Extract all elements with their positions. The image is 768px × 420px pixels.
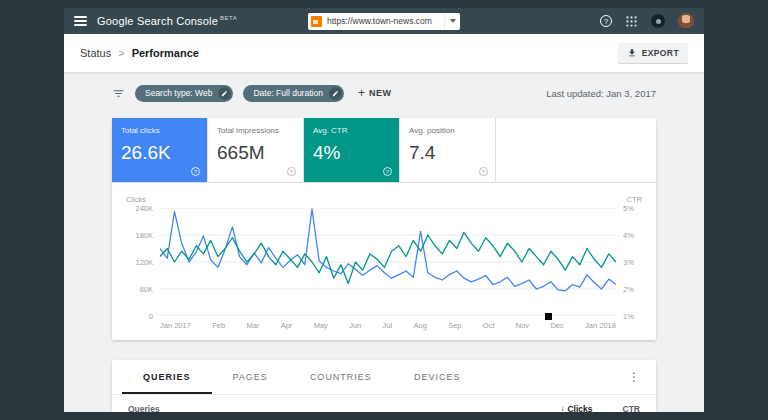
app-title: Google Search ConsoleBETA <box>97 15 237 27</box>
column-header-queries: Queries <box>128 404 160 413</box>
dimensions-card: QUERIES PAGES COUNTRIES DEVICES ⋮ Querie… <box>112 360 656 412</box>
property-selector[interactable]: https://www.town-news.com <box>308 13 460 30</box>
new-filter-button[interactable]: + NEW <box>358 87 392 99</box>
help-icon[interactable]: ? <box>383 167 392 176</box>
line-chart[interactable] <box>160 208 616 316</box>
plus-icon: + <box>358 87 365 99</box>
help-icon[interactable]: ? <box>479 167 488 176</box>
column-header-ctr[interactable]: CTR <box>623 404 640 413</box>
page-title: Performance <box>132 47 199 59</box>
tab-queries[interactable]: QUERIES <box>122 360 212 394</box>
metric-avg-position[interactable]: Avg. position 7.4 ? <box>400 118 496 182</box>
overflow-menu-icon[interactable]: ⋮ <box>622 370 646 384</box>
filter-icon[interactable] <box>112 87 125 100</box>
sort-descending-icon: ↓ <box>560 404 564 412</box>
metric-total-impressions[interactable]: Total impressions 665M ? <box>208 118 304 182</box>
filter-row: Search type: Web Date: Full duration + N… <box>112 84 656 102</box>
dimension-tabs: QUERIES PAGES COUNTRIES DEVICES ⋮ <box>112 360 656 394</box>
metric-total-clicks[interactable]: Total clicks 26.6K ? <box>112 118 208 182</box>
table-header-row: Queries ↓ Clicks CTR <box>112 394 656 412</box>
help-icon[interactable]: ? <box>600 15 612 27</box>
breadcrumb-bar: Status > Performance EXPORT <box>64 34 704 72</box>
top-bar: Google Search ConsoleBETA https://www.to… <box>64 8 704 34</box>
chevron-down-icon[interactable] <box>444 13 460 30</box>
breadcrumb-separator: > <box>118 47 124 59</box>
tab-devices[interactable]: DEVICES <box>393 360 482 394</box>
notifications-icon[interactable] <box>651 14 665 28</box>
apps-grid-icon[interactable] <box>625 15 638 28</box>
chart-annotation-marker <box>545 313 552 320</box>
avatar[interactable] <box>678 13 694 29</box>
breadcrumb-status[interactable]: Status <box>80 47 111 59</box>
last-updated-text: Last updated: Jan 3, 2017 <box>546 88 656 99</box>
edit-pencil-icon[interactable] <box>218 87 231 100</box>
tab-pages[interactable]: PAGES <box>212 360 289 394</box>
right-axis-ticks: 5% 4% 3% 2% 1% <box>616 208 642 316</box>
site-favicon-icon <box>311 16 322 27</box>
search-type-chip[interactable]: Search type: Web <box>135 85 233 102</box>
help-icon[interactable]: ? <box>287 167 296 176</box>
tab-countries[interactable]: COUNTRIES <box>289 360 393 394</box>
download-icon <box>627 48 637 58</box>
export-button[interactable]: EXPORT <box>618 43 688 63</box>
left-axis-ticks: 240K 180K 120K 60K 0 <box>126 208 160 316</box>
edit-pencil-icon[interactable] <box>329 87 342 100</box>
chart-section: Clicks CTR 240K 180K 120K 60K 0 <box>112 183 656 340</box>
date-filter-chip[interactable]: Date: Full duration <box>243 85 343 102</box>
metric-avg-ctr[interactable]: Avg. CTR 4% ? <box>304 118 400 182</box>
x-axis-labels: Jan 2017 Feb Mar Apr May Jun Jul Aug Sep… <box>160 321 616 330</box>
performance-card: Total clicks 26.6K ? Total impressions 6… <box>112 118 656 340</box>
metric-tiles: Total clicks 26.6K ? Total impressions 6… <box>112 118 656 183</box>
tiles-spacer <box>496 118 656 182</box>
column-header-clicks[interactable]: ↓ Clicks <box>560 404 592 413</box>
help-icon[interactable]: ? <box>191 167 200 176</box>
property-url: https://www.town-news.com <box>327 16 444 26</box>
app-window: Google Search ConsoleBETA https://www.to… <box>64 8 704 412</box>
beta-tag: BETA <box>220 15 237 21</box>
main-content: Search type: Web Date: Full duration + N… <box>64 72 704 412</box>
menu-icon[interactable] <box>74 16 87 26</box>
